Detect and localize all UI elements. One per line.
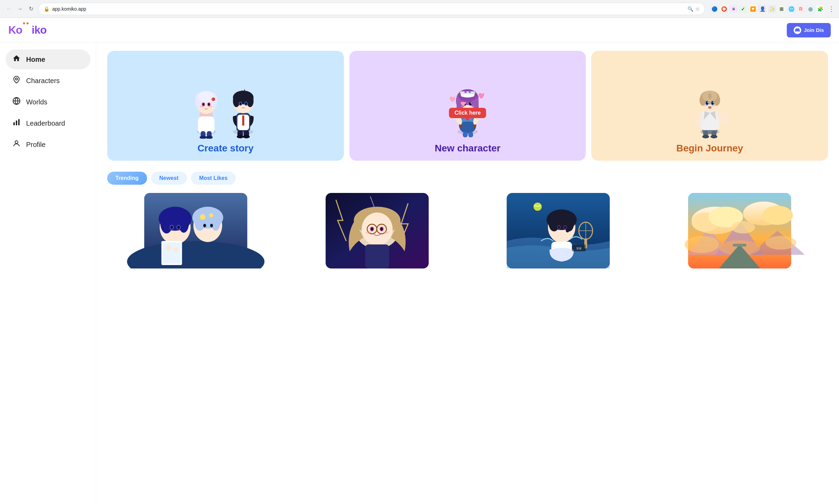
svg-point-138 xyxy=(383,231,389,234)
svg-point-101 xyxy=(711,135,717,138)
grid-image-3[interactable]: 영웅 xyxy=(470,193,647,268)
svg-point-26 xyxy=(206,136,213,139)
browser-menu-button[interactable]: ⋮ xyxy=(828,5,835,13)
grid-image-4[interactable] xyxy=(651,193,828,268)
svg-rect-145 xyxy=(566,219,569,232)
filter-tab-newest[interactable]: Newest xyxy=(151,172,187,185)
new-character-illustration xyxy=(356,63,579,139)
forward-button[interactable]: → xyxy=(15,4,25,14)
new-character-title: New character xyxy=(435,143,500,154)
sidebar-item-worlds[interactable]: Worlds xyxy=(5,92,90,112)
click-here-badge[interactable]: Click here xyxy=(449,108,486,118)
svg-point-107 xyxy=(179,214,189,233)
svg-point-92 xyxy=(708,106,712,109)
svg-rect-123 xyxy=(163,242,181,264)
svg-point-89 xyxy=(712,101,714,105)
sidebar-item-worlds-label: Worlds xyxy=(26,98,47,106)
svg-point-20 xyxy=(208,105,212,107)
hero-card-create-story[interactable]: Create story xyxy=(107,51,344,161)
svg-point-149 xyxy=(564,226,566,229)
begin-journey-illustration xyxy=(598,63,821,139)
grid-image-1[interactable] xyxy=(107,193,284,268)
svg-point-61 xyxy=(465,91,467,93)
sidebar-item-characters[interactable]: Characters xyxy=(5,71,90,91)
filter-tab-most-likes[interactable]: Most Likes xyxy=(191,172,236,185)
content-area: Create story xyxy=(96,43,839,504)
svg-point-18 xyxy=(208,103,210,106)
ext-icon-6[interactable]: 👤 xyxy=(759,5,766,13)
grid-image-2[interactable] xyxy=(289,193,466,268)
ext-icon-11[interactable]: ◎ xyxy=(807,5,814,13)
characters-icon xyxy=(12,76,21,86)
sidebar-item-leaderboard-label: Leaderboard xyxy=(26,119,65,127)
worlds-icon xyxy=(12,97,21,107)
discord-join-button[interactable]: Join Dis xyxy=(787,23,831,37)
svg-text:영웅: 영웅 xyxy=(576,247,582,250)
profile-icon xyxy=(12,139,21,150)
svg-point-62 xyxy=(469,91,471,93)
svg-point-100 xyxy=(702,135,709,138)
svg-point-25 xyxy=(200,136,206,139)
discord-icon xyxy=(794,26,801,34)
svg-point-17 xyxy=(202,103,204,106)
svg-point-170 xyxy=(765,236,796,250)
ext-icon-7[interactable]: ✨ xyxy=(768,5,776,13)
svg-point-124 xyxy=(166,245,172,251)
svg-rect-73 xyxy=(463,132,468,137)
refresh-button[interactable]: ↻ xyxy=(26,4,36,14)
ext-icon-9[interactable]: 🌐 xyxy=(787,5,795,13)
sidebar-item-profile[interactable]: Profile xyxy=(5,135,90,154)
svg-point-121 xyxy=(210,224,213,227)
filter-tab-trending[interactable]: Trending xyxy=(107,172,147,185)
discord-button-label: Join Dis xyxy=(804,27,824,33)
sidebar-item-profile-label: Profile xyxy=(26,141,46,149)
svg-point-68 xyxy=(471,103,472,104)
app-header: Ko m iko Join Dis xyxy=(0,18,839,43)
ext-icon-2[interactable]: ⭕ xyxy=(720,5,728,13)
svg-point-116 xyxy=(200,214,205,220)
svg-point-90 xyxy=(707,102,708,103)
sidebar: Home Characters Worlds xyxy=(0,43,96,504)
ext-icon-4[interactable]: ✓ xyxy=(739,5,747,13)
svg-point-70 xyxy=(470,105,474,107)
svg-point-91 xyxy=(713,102,714,103)
leaderboard-icon xyxy=(12,118,21,128)
svg-rect-30 xyxy=(242,115,244,126)
svg-rect-85 xyxy=(708,93,712,99)
svg-point-135 xyxy=(370,227,373,231)
ext-icon-8[interactable]: ⊞ xyxy=(778,5,785,13)
ext-icon-10[interactable]: R xyxy=(797,5,805,13)
svg-point-34 xyxy=(247,95,254,107)
begin-journey-title: Begin Journey xyxy=(676,143,743,154)
svg-point-46 xyxy=(243,135,250,138)
svg-point-155 xyxy=(534,203,542,211)
svg-point-166 xyxy=(762,206,793,225)
svg-point-0 xyxy=(15,78,18,80)
address-bar[interactable]: 🔒 app.komiko.app 🔍 ☆ xyxy=(38,3,705,15)
hero-card-begin-journey[interactable]: Begin Journey xyxy=(591,51,828,161)
sidebar-item-home[interactable]: Home xyxy=(5,49,90,69)
image-grid: 영웅 xyxy=(107,193,828,268)
lock-icon: 🔒 xyxy=(44,6,49,12)
svg-point-93 xyxy=(704,105,707,107)
create-story-title: Create story xyxy=(198,143,254,154)
back-button[interactable]: ← xyxy=(4,4,14,14)
svg-point-110 xyxy=(170,226,173,229)
svg-point-106 xyxy=(160,213,173,233)
svg-rect-3 xyxy=(16,121,17,125)
svg-point-22 xyxy=(212,98,214,100)
browser-extensions: 🔵 ⭕ ≡ ✓ 🔽 👤 ✨ ⊞ 🌐 R ◎ 🧩 xyxy=(711,5,824,13)
star-icon[interactable]: ☆ xyxy=(695,6,700,12)
sidebar-item-leaderboard[interactable]: Leaderboard xyxy=(5,113,90,133)
svg-point-137 xyxy=(365,231,371,234)
ext-icon-5[interactable]: 🔽 xyxy=(749,5,757,13)
hero-card-new-character[interactable]: Click here New character xyxy=(349,51,586,161)
svg-point-45 xyxy=(237,135,244,138)
ext-icon-12[interactable]: 🧩 xyxy=(816,5,824,13)
search-icon[interactable]: 🔍 xyxy=(687,6,693,12)
ext-icon-1[interactable]: 🔵 xyxy=(711,5,718,13)
sidebar-item-characters-label: Characters xyxy=(26,77,60,85)
ext-icon-3[interactable]: ≡ xyxy=(730,5,737,13)
main-layout: Home Characters Worlds xyxy=(0,43,839,504)
svg-point-19 xyxy=(200,105,204,107)
